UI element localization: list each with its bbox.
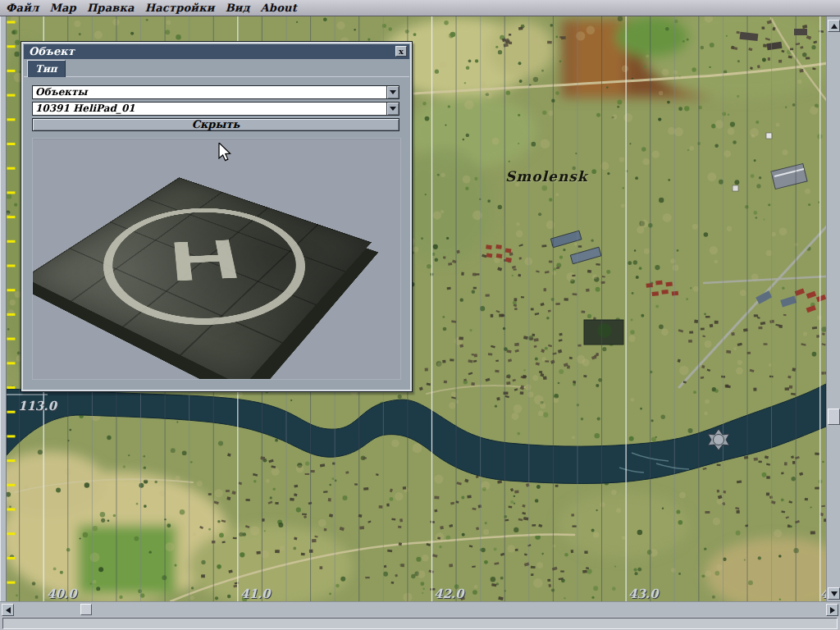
category-dropdown-button[interactable] — [386, 86, 399, 98]
tab-type[interactable]: Тип — [27, 60, 66, 77]
helipad-letter: H — [68, 193, 362, 352]
arrow-right-icon — [830, 607, 835, 614]
chevron-down-icon — [390, 90, 396, 94]
menu-item-file[interactable]: Файл — [6, 2, 39, 14]
vertical-scrollbar[interactable] — [826, 16, 840, 601]
status-bar-field — [2, 618, 838, 629]
vertical-scrollbar-thumb[interactable] — [828, 409, 840, 425]
object-dropdown[interactable]: 10391 HeliPad_01 — [32, 102, 399, 116]
horizontal-scrollbar[interactable] — [0, 601, 840, 616]
lon-label-42: 42.0 — [434, 587, 465, 601]
object-dropdown-value: 10391 HeliPad_01 — [33, 103, 386, 115]
menu-bar: Файл Мар Правка Настройки Вид About — [0, 0, 840, 16]
horizontal-scrollbar-thumb[interactable] — [80, 604, 92, 615]
menu-item-about[interactable]: About — [261, 2, 297, 14]
menu-item-view[interactable]: Вид — [226, 2, 250, 14]
map-city-label: Smolensk — [505, 168, 589, 185]
scroll-down-button[interactable] — [828, 587, 840, 600]
dialog-tabstrip: Тип — [24, 60, 409, 77]
dialog-title: Объект — [29, 45, 75, 57]
object-dialog[interactable]: Объект x Тип Объекты 10391 HeliPad_01 Ск… — [21, 41, 413, 392]
lon-label-41: 41.0 — [240, 587, 272, 601]
chevron-down-icon — [390, 107, 396, 111]
arrow-up-icon — [831, 24, 838, 29]
category-dropdown-value: Объекты — [33, 86, 386, 98]
category-dropdown[interactable]: Объекты — [32, 85, 399, 99]
close-icon[interactable]: x — [395, 46, 407, 57]
lat-label: 113.0 — [18, 399, 58, 413]
scroll-left-button[interactable] — [2, 604, 14, 616]
menu-item-edit[interactable]: Правка — [87, 2, 135, 14]
object-preview-3d[interactable]: H — [32, 138, 401, 380]
object-dropdown-button[interactable] — [386, 103, 399, 115]
helipad-model: H — [32, 177, 372, 380]
menu-item-settings[interactable]: Настройки — [145, 2, 215, 14]
lon-label-44: 4 — [820, 587, 826, 601]
arrow-down-icon — [831, 591, 838, 596]
arrow-left-icon — [6, 607, 11, 614]
hide-button[interactable]: Скрыть — [32, 118, 399, 131]
lon-label-43: 43.0 — [628, 587, 660, 601]
status-bar — [0, 616, 840, 630]
lon-label-40: 40.0 — [47, 587, 78, 601]
dialog-titlebar[interactable]: Объект x — [24, 44, 409, 59]
scroll-up-button[interactable] — [828, 20, 840, 32]
map-left-ruler — [0, 16, 7, 601]
mouse-cursor-icon — [218, 143, 233, 162]
scroll-right-button[interactable] — [826, 604, 838, 616]
menu-item-map[interactable]: Мар — [49, 2, 76, 14]
